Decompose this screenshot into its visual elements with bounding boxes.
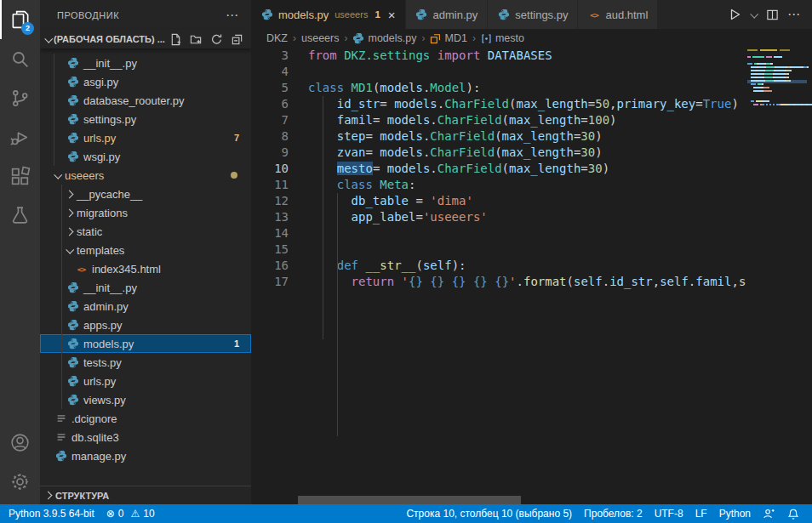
code-line-12[interactable]: 12 db_table = 'dima': [251, 193, 812, 209]
code-line-6[interactable]: 6 id_str= models.CharField(max_length=50…: [251, 96, 812, 112]
feedback-icon[interactable]: [757, 504, 781, 523]
tree-folder-templates[interactable]: templates: [40, 241, 251, 259]
tree-file-manage.py[interactable]: manage.py: [40, 446, 251, 465]
code-line-7[interactable]: 7 famil= models.CharField(max_length=100…: [251, 112, 812, 128]
split-editor-icon[interactable]: [763, 5, 781, 24]
extensions-icon[interactable]: [0, 156, 40, 196]
code-line-3[interactable]: 3from DKZ.settings import DATABASES: [251, 48, 812, 64]
outline-label: СТРУКТУРА: [55, 491, 109, 501]
code-line-10[interactable]: 10 mesto= models.CharField(max_length=30…: [251, 161, 812, 177]
collapse-all-icon[interactable]: [229, 31, 244, 47]
line-number: 4: [251, 64, 289, 80]
code-line-4[interactable]: 4: [251, 64, 812, 80]
chevron-right-icon: [66, 190, 74, 198]
tree-file-tests.py[interactable]: tests.py: [40, 353, 251, 372]
tree-folder-migrations[interactable]: migrations: [40, 203, 251, 222]
language-mode-status[interactable]: Python: [713, 504, 757, 523]
explorer-icon[interactable]: 2: [0, 0, 40, 39]
eol-status[interactable]: LF: [689, 504, 713, 523]
testing-icon[interactable]: [0, 196, 40, 235]
refresh-icon[interactable]: [209, 31, 224, 47]
encoding-status[interactable]: UTF-8: [649, 504, 689, 523]
python-icon: [415, 9, 427, 20]
python-icon: [67, 113, 79, 125]
error-icon: ⊗: [106, 508, 115, 520]
code-line-13[interactable]: 13 app_label='useeers': [251, 209, 812, 225]
close-icon[interactable]: ×: [388, 9, 396, 21]
code-line-11[interactable]: 11 class Meta:: [251, 177, 812, 193]
horizontal-scrollbar[interactable]: [298, 496, 521, 504]
breadcrumb-separator: ›: [472, 32, 476, 44]
tab-settings.py[interactable]: settings.py: [488, 0, 578, 29]
tree-file-urls.py[interactable]: urls.py: [40, 372, 251, 390]
tree-file-models.py[interactable]: models.py1: [40, 334, 251, 353]
breadcrumb-item-DKZ[interactable]: DKZ: [266, 32, 288, 44]
code-line-5[interactable]: 5class MD1(models.Model):: [251, 80, 812, 96]
tree-file-__init__.py[interactable]: __init__.py: [40, 54, 251, 72]
outline-section-header[interactable]: СТРУКТУРА: [40, 486, 251, 504]
tree-file-apps.py[interactable]: apps.py: [40, 316, 251, 334]
source-control-icon[interactable]: [0, 78, 40, 117]
code-line-9[interactable]: 9 zvan= models.CharField(max_length=30): [251, 145, 812, 161]
explorer-badge: 2: [21, 22, 34, 35]
tree-file-wsgi.py[interactable]: wsgi.py: [40, 147, 251, 166]
line-number: 6: [251, 96, 289, 112]
python-icon: [67, 132, 79, 144]
tree-file-db.sqlite3[interactable]: db.sqlite3: [40, 428, 251, 446]
tree-file-index345.html[interactable]: <>index345.html: [40, 259, 251, 278]
account-icon[interactable]: [0, 423, 40, 462]
warning-icon: ⚠: [130, 508, 140, 520]
code-line-15[interactable]: 15: [251, 242, 812, 258]
tab-label: models.py: [278, 9, 329, 21]
tab-aud.html[interactable]: <>aud.html: [578, 0, 658, 29]
tree-folder-static[interactable]: static: [40, 222, 251, 241]
run-dropdown-chevron-icon[interactable]: [747, 5, 759, 24]
search-icon[interactable]: [0, 39, 40, 78]
code-line-16[interactable]: 16 def __str__(self):: [251, 258, 812, 274]
breadcrumb-item-models.py[interactable]: models.py: [352, 32, 416, 44]
code-line-17[interactable]: 17 return '{} {} {} {} {}'.format(self.i…: [251, 274, 812, 290]
run-and-debug-icon[interactable]: [0, 117, 40, 156]
cursor-position-status[interactable]: Строка 10, столбец 10 (выбрано 5): [400, 504, 578, 523]
python-icon: [67, 57, 79, 69]
tree-indent-guide: [54, 54, 54, 166]
breadcrumb-item-MD1[interactable]: MD1: [430, 32, 466, 44]
tree-folder-useeers[interactable]: useeers: [40, 166, 251, 185]
settings-gear-icon[interactable]: [0, 462, 40, 501]
new-file-icon[interactable]: [168, 31, 183, 47]
tab-models.py[interactable]: models.pyuseeers1×: [251, 0, 406, 29]
code-line-8[interactable]: 8 step= models.CharField(max_length=30): [251, 128, 812, 145]
tree-file-admin.py[interactable]: admin.py: [40, 297, 251, 316]
line-number: 11: [251, 177, 289, 193]
sidebar-more-icon[interactable]: ⋯: [226, 8, 239, 23]
indentation-status[interactable]: Пробелов: 2: [578, 504, 649, 523]
tab-admin.py[interactable]: admin.py: [406, 0, 489, 29]
breadcrumb-label: DKZ: [266, 32, 288, 44]
tree-file-database_roouter.py[interactable]: database_roouter.py: [40, 91, 251, 110]
run-python-file-icon[interactable]: [725, 5, 744, 24]
code-line-14[interactable]: 14: [251, 225, 812, 242]
breadcrumb-item-mesto[interactable]: mesto: [481, 32, 524, 44]
breadcrumb-item-useeers[interactable]: useeers: [301, 32, 339, 44]
tree-file-settings.py[interactable]: settings.py: [40, 110, 251, 128]
python-icon: [67, 375, 79, 387]
tree-file-views.py[interactable]: views.py: [40, 390, 251, 409]
tree-file-asgi.py[interactable]: asgi.py: [40, 72, 251, 91]
explorer-sidebar: ПРОВОДНИК ⋯ (РАБОЧАЯ ОБЛАСТЬ) ... indexe…: [40, 0, 251, 504]
tree-file-.dcignore[interactable]: .dcignore: [40, 409, 251, 428]
new-folder-icon[interactable]: [188, 31, 203, 47]
minimap[interactable]: [747, 48, 807, 504]
tree-folder-__pycache__[interactable]: __pycache__: [40, 185, 251, 203]
notifications-bell-icon[interactable]: [781, 504, 805, 523]
code-editor[interactable]: 3from DKZ.settings import DATABASES45cla…: [251, 48, 812, 504]
more-actions-icon[interactable]: ⋯: [785, 5, 803, 24]
python-interpreter-status[interactable]: Python 3.9.5 64-bit: [0, 504, 100, 523]
python-icon: [67, 151, 79, 162]
file-tree: indexelement__init__.pyasgi.pydatabase_r…: [40, 48, 251, 486]
tree-item-label: db.sqlite3: [71, 431, 119, 444]
problems-status[interactable]: ⊗ 0 ⚠ 10: [100, 504, 161, 523]
tree-file-__init__.py[interactable]: __init__.py: [40, 278, 251, 297]
workspace-section-header[interactable]: (РАБОЧАЯ ОБЛАСТЬ) ...: [40, 30, 251, 48]
editor-tab-bar: models.pyuseeers1×admin.pysettings.py<>a…: [251, 0, 812, 29]
tree-file-urls.py[interactable]: urls.py7: [40, 128, 251, 147]
